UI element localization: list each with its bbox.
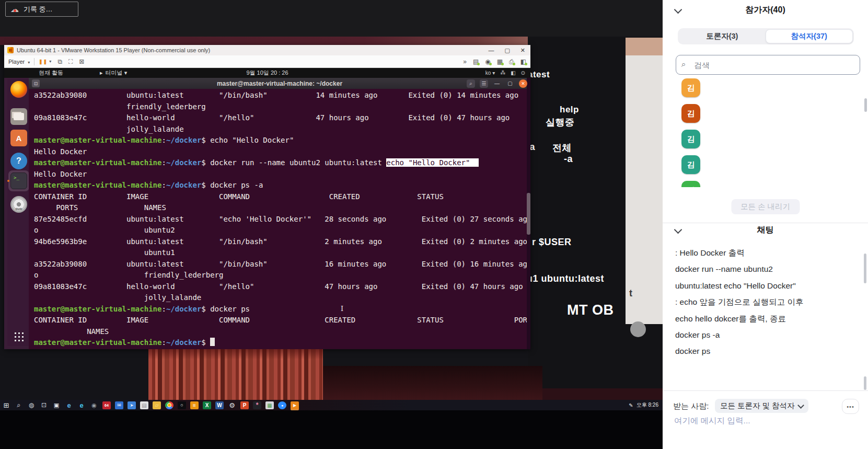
maximize-button[interactable]: ▢ (504, 47, 510, 54)
ubuntu-software-dock-icon[interactable]: A (10, 130, 27, 146)
zoom-app-taskbar-icon[interactable]: ● (278, 401, 286, 409)
more-options-button[interactable]: ••• (842, 399, 859, 414)
video-fragment-red (323, 366, 542, 400)
settings-taskbar-icon[interactable]: ⚙ (228, 401, 236, 409)
player-menu[interactable]: Player ▾ (8, 59, 30, 65)
lower-all-hands-button[interactable]: 모든 손 내리기 (731, 199, 800, 214)
status-icon[interactable]: ⁂ (500, 70, 505, 76)
recording-label: 기록 중… (24, 5, 53, 14)
participants-scrollbar-thumb[interactable] (864, 98, 867, 112)
excel-taskbar-icon[interactable]: X (203, 401, 211, 409)
terminal-dock-icon[interactable]: >_ (10, 172, 27, 189)
active-app-menu[interactable]: ▸터미널 ▾ (100, 69, 127, 77)
participants-list[interactable]: 김김김김김 (681, 78, 786, 187)
internet-explorer-taskbar-icon[interactable]: e (65, 401, 73, 409)
task-view-taskbar-icon[interactable]: ⊡ (40, 401, 48, 409)
menu-button[interactable]: ☰ (480, 79, 488, 88)
vmware-titlebar[interactable]: Ubuntu 64-bit 1 - VMware Workstation 15 … (4, 45, 530, 55)
minimize-button[interactable]: — (488, 47, 494, 54)
terminal-line: NAMES (34, 326, 530, 338)
participant-avatar[interactable]: 김 (681, 181, 700, 187)
toolbar-icon[interactable]: ⧉ (57, 58, 62, 65)
files-dock-icon[interactable] (10, 108, 27, 125)
mail-taskbar-icon[interactable]: ✉ (115, 401, 123, 409)
dark-app-taskbar-icon[interactable]: ◉ (90, 401, 98, 409)
overlay-text: -a (564, 154, 573, 165)
word-taskbar-icon[interactable]: W (215, 401, 224, 409)
pink-app-taskbar-icon[interactable]: * (253, 401, 261, 409)
network-icon[interactable]: ▦ (497, 58, 503, 65)
vm-console-taskbar-icon[interactable]: ▦ (265, 401, 274, 409)
status-icon[interactable]: ⊙ (521, 70, 525, 76)
search-icon: ⌕ (681, 60, 686, 69)
terminal-lines: a3522ab39080 ubuntu:latest "/bin/bash" 1… (34, 90, 530, 349)
minimize-button[interactable]: — (493, 79, 501, 88)
tab-panelists[interactable]: 토론자(3) (679, 29, 766, 43)
terminal-titlebar[interactable]: ⊡ master@master-virtual-machine: ~/docke… (29, 78, 530, 89)
message-input[interactable] (673, 416, 855, 426)
overlay-text: atest (528, 70, 550, 80)
terminal-scrollbar[interactable] (527, 78, 530, 349)
search-taskbar-icon[interactable]: ⌕ (15, 401, 23, 409)
terminal-output[interactable]: a3522ab39080 ubuntu:latest "/bin/bash" 1… (29, 89, 530, 349)
chat-messages[interactable]: : Hello Docker 출력docker run --name ubunt… (675, 245, 848, 360)
terminal-scrollbar-thumb[interactable] (527, 193, 530, 235)
overlay-text: u1 ubuntu:latest (527, 273, 604, 284)
vmware-window-title: Ubuntu 64-bit 1 - VMware Workstation 15 … (17, 47, 488, 53)
app-64-taskbar-icon[interactable]: 64 (102, 401, 111, 409)
search-input[interactable] (676, 55, 860, 75)
onenote-taskbar-icon[interactable]: ▤ (140, 401, 148, 409)
dvd-dock-icon[interactable]: DVD (10, 196, 27, 213)
edge-taskbar-icon[interactable]: e (77, 401, 86, 409)
cloud-recording-icon: ☁ (10, 5, 19, 14)
start-taskbar-icon[interactable]: ⊞ (2, 401, 10, 409)
participant-avatar[interactable]: 김 (681, 155, 700, 174)
terminal-line: 87e52485ecfd ubuntu:latest "echo 'Hello … (34, 214, 530, 225)
vm-clock[interactable]: 9월 10일 20 : 26 (4, 69, 530, 77)
tab-attendees[interactable]: 참석자(37) (766, 29, 853, 43)
store-taskbar-icon[interactable]: ▣ (52, 401, 61, 409)
status-icon[interactable]: ko ▾ (485, 70, 495, 76)
show-applications-icon[interactable] (14, 331, 24, 342)
powerpoint-taskbar-icon[interactable]: P (240, 401, 249, 409)
activities-button[interactable]: 현재 활동 (39, 69, 63, 77)
chart-app-taskbar-icon[interactable]: ≡ (190, 401, 199, 409)
chrome-taskbar-icon[interactable] (165, 401, 173, 409)
chat-scrollbar-thumb2[interactable] (864, 376, 866, 390)
harddisk-icon[interactable]: ▤ (473, 58, 479, 65)
suspend-button[interactable]: ❚❚ (39, 59, 48, 64)
video-fragment-red2 (542, 388, 663, 400)
participant-avatar[interactable]: 김 (681, 104, 700, 123)
recipient-dropdown[interactable]: 모든 토론자 및 참석자 (715, 399, 808, 413)
taskbar-clock[interactable]: ✎오후 8:26 (629, 401, 658, 409)
vmware-player-taskbar-icon[interactable]: ▶ (291, 401, 299, 409)
terminal-line: jolly_lalande (34, 292, 530, 304)
participants-title: 참가자(40) (663, 5, 868, 16)
participant-avatar[interactable]: 김 (681, 130, 700, 148)
cortana-taskbar-icon[interactable]: ◍ (27, 401, 36, 409)
ubuntu-status-icons[interactable]: ko ▾⁂◧⊙ (485, 70, 525, 76)
close-button[interactable]: ✕ (520, 47, 525, 54)
cd-icon[interactable]: ◉ (485, 58, 490, 65)
chat-scrollbar-thumb[interactable] (864, 254, 866, 283)
status-icon[interactable]: ◧ (511, 70, 515, 76)
participant-avatar[interactable]: 김 (681, 78, 700, 97)
explorer-taskbar-icon[interactable]: ▱ (153, 401, 161, 409)
close-button[interactable]: ✕ (519, 79, 527, 88)
chat-title: 채팅 (663, 225, 868, 236)
maximize-button[interactable]: ▢ (506, 79, 514, 88)
toolbar-icon[interactable]: ⊠ (79, 58, 84, 65)
vmware-window: Ubuntu 64-bit 1 - VMware Workstation 15 … (4, 45, 530, 349)
firefox-dock-icon[interactable] (10, 81, 27, 98)
send-taskbar-icon[interactable]: ➤ (128, 401, 136, 409)
printer-icon[interactable]: ⎙ (509, 58, 514, 65)
sound-icon[interactable]: ◧ (520, 58, 526, 65)
search-button[interactable]: ⌕ (467, 79, 475, 88)
letterbox (0, 410, 663, 449)
overflow-icon[interactable]: » (463, 58, 467, 65)
toolbar-icon[interactable]: ⛶ (68, 58, 73, 65)
overlay-text: 실행중 (546, 116, 575, 129)
terminal-line: Hello Docker (34, 146, 530, 158)
maps-pin-taskbar-icon[interactable]: ○ (178, 401, 186, 409)
help-dock-icon[interactable]: ? (10, 153, 27, 169)
